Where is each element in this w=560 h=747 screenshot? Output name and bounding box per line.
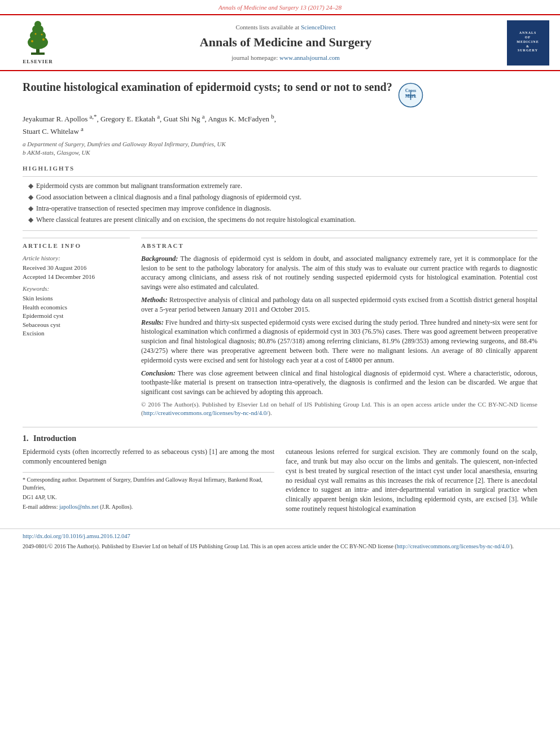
article-info-column: ARTICLE INFO Article history: Received 3… <box>23 238 130 417</box>
elsevier-wordmark: ELSEVIER <box>23 58 53 65</box>
license-text: © 2016 The Author(s). Published by Elsev… <box>141 401 537 416</box>
ams-logo-text: ANNALSOFMEDICINE&SURGERY <box>517 31 539 53</box>
email-label: E-mail address: <box>23 504 59 510</box>
journal-header: ELSEVIER Contents lists available at Sci… <box>0 14 560 71</box>
intro-left-col: Epidermoid cysts (often incorrectly refe… <box>23 447 274 518</box>
contents-available-line: Contents lists available at ScienceDirec… <box>235 23 335 32</box>
highlight-item-3: ◆ Intra-operative transection of resecte… <box>28 204 537 213</box>
methods-text: Retrospective analysis of clinical and p… <box>141 296 537 313</box>
doi-link[interactable]: http://dx.doi.org/10.1016/j.amsu.2016.12… <box>23 533 130 539</box>
intro-right-col: cutaneous lesions referred for surgical … <box>286 447 537 518</box>
science-direct-link[interactable]: ScienceDirect <box>301 24 336 30</box>
abstract-header: ABSTRACT <box>141 242 537 250</box>
accepted-date: Accepted 14 December 2016 <box>23 273 130 281</box>
highlights-box: ◆ Epidermoid cysts are common but malign… <box>23 176 537 231</box>
highlight-text-1: Epidermoid cysts are common but malignan… <box>36 181 242 191</box>
ams-logo: ANNALSOFMEDICINE&SURGERY <box>507 20 549 65</box>
background-label: Background: <box>141 255 178 263</box>
highlight-text-2: Good association between a clinical diag… <box>36 193 301 202</box>
authors-text-2: Stuart C. Whitelaw a <box>23 127 84 136</box>
svg-rect-1 <box>31 53 45 55</box>
keyword-1: Skin lesions <box>23 294 130 303</box>
footnote-email-line: E-mail address: japollos@nhs.net (J.R. A… <box>23 503 274 511</box>
authors-line: Jeyakumar R. Apollos a,*, Gregory E. Eka… <box>23 112 537 137</box>
intro-title: Introduction <box>33 434 76 443</box>
bullet-icon-3: ◆ <box>28 204 33 213</box>
svg-point-7 <box>42 38 45 41</box>
keywords-label: Keywords: <box>23 285 130 293</box>
conclusion-text: There was close agreement between clinic… <box>141 369 537 396</box>
abstract-methods: Methods: Retrospective analysis of clini… <box>141 295 537 314</box>
abstract-results: Results: Five hundred and thirty-six sus… <box>141 318 537 365</box>
abstract-license: © 2016 The Author(s). Published by Elsev… <box>141 400 537 418</box>
footnote-corresponding: * Corresponding author. Department of Su… <box>23 476 274 492</box>
intro-number: 1. <box>23 434 29 443</box>
ref-2-link[interactable]: [2] <box>475 477 483 484</box>
issn-text: 2049-0801/© 2016 The Author(s). Publishe… <box>23 543 514 549</box>
intro-left-para: Epidermoid cysts (often incorrectly refe… <box>23 447 274 466</box>
bullet-icon-2: ◆ <box>28 193 33 202</box>
received-date: Received 30 August 2016 <box>23 264 130 272</box>
title-area: Routine histological examination of epid… <box>23 80 537 108</box>
crossmark-icon[interactable]: Cross Mark <box>398 82 423 108</box>
footnote-area: * Corresponding author. Department of Su… <box>23 472 274 511</box>
journal-title-area: Contents lists available at ScienceDirec… <box>75 20 497 65</box>
ams-logo-area: ANNALSOFMEDICINE&SURGERY <box>502 20 553 65</box>
doi-line: http://dx.doi.org/10.1016/j.amsu.2016.12… <box>23 532 537 541</box>
highlight-item-4: ◆ Where classical features are present c… <box>28 215 537 225</box>
article-content: Routine histological examination of epid… <box>0 71 560 524</box>
journal-homepage-link[interactable]: www.annalsjournal.com <box>279 54 340 61</box>
when-text: when <box>523 486 537 493</box>
page: Annals of Medicine and Surgery 13 (2017)… <box>0 0 560 564</box>
info-abstract-area: ARTICLE INFO Article history: Received 3… <box>23 238 537 417</box>
journal-top-citation: Annals of Medicine and Surgery 13 (2017)… <box>0 0 560 14</box>
history-label: Article history: <box>23 254 130 263</box>
methods-label: Methods: <box>141 296 168 304</box>
affiliation-b: b AKM-stats, Glasgow, UK <box>23 148 537 157</box>
email-link[interactable]: japollos@nhs.net <box>59 504 98 510</box>
homepage-label: journal homepage: <box>231 54 278 61</box>
highlight-item-1: ◆ Epidermoid cysts are common but malign… <box>28 181 537 191</box>
keyword-4: Sebaceous cyst <box>23 321 130 329</box>
results-text: Five hundred and thirty-six suspected ep… <box>141 318 537 364</box>
authors-text: Jeyakumar R. Apollos a,*, Gregory E. Eka… <box>23 115 276 123</box>
license-url-link[interactable]: http://creativecommons.org/licenses/by-n… <box>143 409 269 416</box>
keyword-5: Excision <box>23 329 130 338</box>
conclusion-label: Conclusion: <box>141 369 176 377</box>
bottom-license: 2049-0801/© 2016 The Author(s). Publishe… <box>23 543 537 551</box>
intro-heading: 1. Introduction <box>23 433 537 444</box>
elsevier-tree-icon <box>15 20 60 56</box>
contents-text: Contents lists available at <box>235 24 299 30</box>
ref-1-link[interactable]: [1] <box>209 448 217 456</box>
bottom-license-link[interactable]: http://creativecommons.org/licenses/by-n… <box>397 543 510 549</box>
introduction-section: 1. Introduction Epidermoid cysts (often … <box>23 427 537 518</box>
email-author: (J.R. Apollos). <box>100 504 133 510</box>
article-title: Routine histological examination of epid… <box>23 80 392 94</box>
intro-right-para: cutaneous lesions referred for surgical … <box>286 447 537 514</box>
highlight-text-3: Intra-operative transection of resected … <box>36 204 272 213</box>
svg-point-8 <box>35 33 37 35</box>
elsevier-logo-area: ELSEVIER <box>7 20 69 65</box>
svg-point-6 <box>31 40 33 42</box>
affiliations: a Department of Surgery, Dumfries and Ga… <box>23 140 537 158</box>
bullet-icon-4: ◆ <box>28 215 33 225</box>
abstract-background: Background: The diagnosis of epidermoid … <box>141 254 537 292</box>
elsevier-logo: ELSEVIER <box>15 20 60 65</box>
affiliation-a: a Department of Surgery, Dumfries and Ga… <box>23 140 537 148</box>
highlight-item-2: ◆ Good association between a clinical di… <box>28 193 537 202</box>
results-label: Results: <box>141 318 164 326</box>
bottom-bar: http://dx.doi.org/10.1016/j.amsu.2016.12… <box>0 528 560 553</box>
intro-columns: Epidermoid cysts (often incorrectly refe… <box>23 447 537 518</box>
journal-homepage-line: journal homepage: www.annalsjournal.com <box>231 54 340 62</box>
highlights-header: HIGHLIGHTS <box>23 164 537 173</box>
article-info-header: ARTICLE INFO <box>23 242 130 250</box>
background-text: The diagnosis of epidermoid cyst is seld… <box>141 255 537 291</box>
journal-title-main: Annals of Medicine and Surgery <box>200 34 371 51</box>
svg-point-9 <box>41 34 43 36</box>
abstract-column: ABSTRACT Background: The diagnosis of ep… <box>141 238 537 417</box>
bullet-icon-1: ◆ <box>28 181 33 191</box>
ref-3-link[interactable]: [3] <box>509 495 517 503</box>
highlight-text-4: Where classical features are present cli… <box>36 215 356 225</box>
abstract-conclusion: Conclusion: There was close agreement be… <box>141 369 537 397</box>
keyword-2: Health economics <box>23 303 130 312</box>
